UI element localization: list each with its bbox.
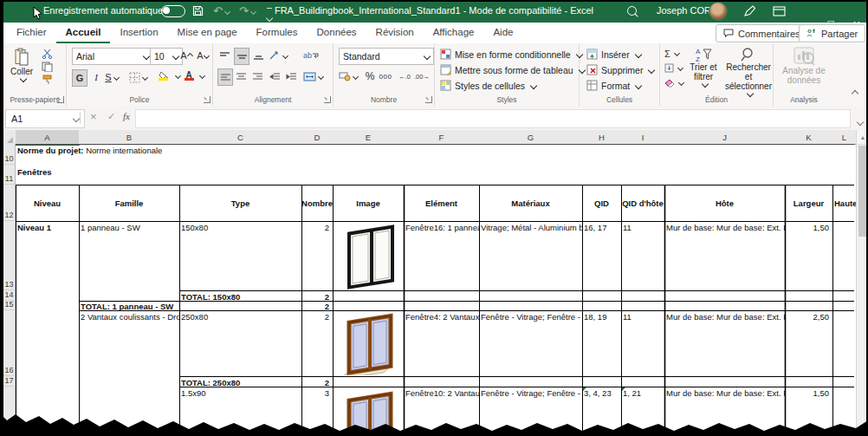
row-header-11[interactable]: 11 xyxy=(3,165,16,185)
header-qid[interactable]: QID xyxy=(582,185,621,221)
delete-cells-button[interactable]: Supprimer xyxy=(586,62,654,77)
cell-D14[interactable]: 2 xyxy=(301,291,331,301)
conditional-formatting-button[interactable]: Mise en forme conditionnelle xyxy=(440,47,582,62)
cell-B13[interactable]: 1 panneau - SW xyxy=(79,222,179,234)
dialog-launcher-icon[interactable] xyxy=(324,96,331,103)
tab-formules[interactable]: Formules xyxy=(247,23,308,42)
header-nombre[interactable]: Nombre xyxy=(301,185,333,221)
align-bottom-button[interactable] xyxy=(251,48,265,63)
fill-color-button[interactable] xyxy=(156,68,170,83)
cell-C17[interactable]: TOTAL: 250x80 xyxy=(179,377,301,387)
cell-D13[interactable]: 2 xyxy=(301,222,331,234)
tab-insertion[interactable]: Insertion xyxy=(110,23,167,42)
wrap-text-button[interactable]: ab xyxy=(303,48,320,63)
cell-G13[interactable]: Vitrage; Métal - Aluminium blan xyxy=(479,222,582,234)
borders-button[interactable] xyxy=(129,69,147,85)
insert-cells-button[interactable]: Insérer xyxy=(586,47,641,62)
draw-pen-icon[interactable] xyxy=(743,5,756,17)
row-header-15[interactable]: 15 xyxy=(3,301,16,310)
percent-style-button[interactable]: % xyxy=(363,68,377,84)
autosum-button[interactable]: Σ xyxy=(664,47,679,60)
cell-G18[interactable]: Fenêtre - Vitrage; Fenêtre - A xyxy=(479,387,582,400)
format-as-table-button[interactable]: Mettre sous forme de tableau xyxy=(440,62,585,77)
header-niveau[interactable]: Niveau xyxy=(16,185,79,221)
cell-A11[interactable]: Fenêtres xyxy=(16,166,189,179)
cell-F16[interactable]: Fenêtre4: 2 Vantaux c xyxy=(404,311,479,323)
cut-icon[interactable] xyxy=(42,49,54,59)
scrollbar-thumb[interactable] xyxy=(858,146,866,237)
font-family-select[interactable]: Arial xyxy=(72,48,153,65)
sort-filter-button[interactable]: AZ Trier et filtrer xyxy=(684,47,722,87)
row-header-17[interactable]: 17 xyxy=(3,376,16,387)
decrease-decimal-button[interactable]: .00→ xyxy=(414,68,430,84)
col-header-C[interactable]: C xyxy=(179,130,302,145)
col-header-K[interactable]: K xyxy=(785,130,833,145)
comma-style-button[interactable]: 000 xyxy=(379,68,392,84)
bold-button[interactable]: G xyxy=(72,69,87,87)
cancel-button[interactable]: × xyxy=(90,110,97,123)
merge-center-button[interactable] xyxy=(303,68,323,84)
decrease-indent-button[interactable] xyxy=(268,68,282,84)
font-color-button[interactable]: A xyxy=(182,68,196,83)
header-type[interactable]: Type xyxy=(179,185,301,221)
col-header-A[interactable]: A xyxy=(16,130,80,146)
search-icon[interactable] xyxy=(627,6,637,16)
cell-D18[interactable]: 3 xyxy=(301,387,331,400)
header-famille[interactable]: Famille xyxy=(79,185,179,221)
user-avatar[interactable] xyxy=(709,2,728,21)
cell-J13[interactable]: Mur de base: Mur de base: Ext. Par xyxy=(664,222,785,234)
cell-F18[interactable]: Fenêtre10: 2 Vantaux xyxy=(404,387,479,400)
tab-accueil[interactable]: Accueil xyxy=(56,23,111,43)
orientation-button[interactable] xyxy=(269,48,288,63)
accounting-format-button[interactable] xyxy=(339,68,358,84)
col-header-G[interactable]: G xyxy=(479,130,583,145)
formula-input[interactable] xyxy=(135,109,851,128)
window-image-150x80[interactable] xyxy=(347,223,395,290)
fill-button[interactable] xyxy=(664,62,683,75)
cell-I13[interactable]: 11 xyxy=(621,222,664,234)
insert-function-button[interactable]: fx xyxy=(123,111,130,121)
row-header-10[interactable]: 10 xyxy=(3,144,16,165)
italic-button[interactable]: I xyxy=(89,69,103,85)
header-largeur[interactable]: Largeur xyxy=(785,185,832,221)
col-header-E[interactable]: E xyxy=(333,130,405,145)
cell-styles-button[interactable]: Styles de cellules xyxy=(440,78,536,93)
enter-button[interactable]: ✓ xyxy=(107,111,115,122)
cell-J18[interactable]: Mur de base: Mur de base: Ext. Par xyxy=(664,387,785,400)
cell-A13[interactable]: Niveau 1 xyxy=(16,222,79,234)
col-header-H[interactable]: H xyxy=(582,130,622,145)
increase-indent-button[interactable] xyxy=(284,68,298,84)
find-select-button[interactable]: Rechercher et sélectionner xyxy=(726,47,771,96)
align-middle-button[interactable] xyxy=(234,48,249,65)
format-painter-icon[interactable] xyxy=(42,75,54,85)
analyze-data-button[interactable]: Analyse de données xyxy=(778,47,830,85)
cell-D17[interactable]: 2 xyxy=(301,377,331,387)
share-button[interactable]: Partager xyxy=(799,24,865,42)
cell-D15[interactable]: 2 xyxy=(301,301,331,310)
tab-aide[interactable]: Aide xyxy=(483,23,522,42)
row-header-13[interactable]: 13 xyxy=(3,221,16,290)
cell-H13[interactable]: 16, 17 xyxy=(582,222,621,234)
cell-C16[interactable]: 250x80 xyxy=(179,311,301,323)
col-header-I[interactable]: I xyxy=(621,130,665,145)
cell-C18[interactable]: 1.5x90 xyxy=(179,387,301,400)
format-cells-button[interactable]: Format xyxy=(586,78,641,93)
clear-button[interactable] xyxy=(664,76,683,89)
header-qid-hote[interactable]: QID d'hôte xyxy=(621,185,664,221)
name-box[interactable]: A1 xyxy=(5,109,85,128)
underline-button[interactable]: S xyxy=(105,69,119,85)
col-header-F[interactable]: F xyxy=(404,130,480,145)
col-header-B[interactable]: B xyxy=(79,130,180,145)
col-header-D[interactable]: D xyxy=(301,130,334,145)
align-top-button[interactable] xyxy=(217,48,231,63)
tab-mise-en-page[interactable]: Mise en page xyxy=(168,23,247,42)
font-size-select[interactable]: 10 xyxy=(150,48,183,65)
dialog-launcher-icon[interactable] xyxy=(204,96,211,103)
header-image[interactable]: Image xyxy=(333,185,404,221)
tab-revision[interactable]: Révision xyxy=(366,23,424,42)
col-header-L[interactable]: L xyxy=(832,130,857,145)
cell-K18[interactable]: 1,50 xyxy=(785,387,831,400)
decrease-font-button[interactable]: A xyxy=(196,48,210,63)
cell-K13[interactable]: 1,50 xyxy=(785,222,831,234)
cell-F13[interactable]: Fenêtre16: 1 panneau xyxy=(404,222,479,234)
